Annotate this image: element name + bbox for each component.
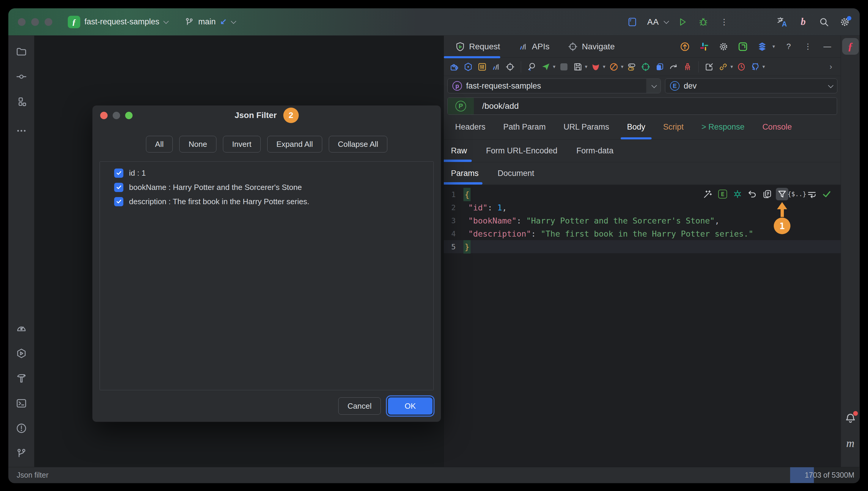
commit-icon[interactable] <box>13 68 30 85</box>
scan-icon[interactable] <box>737 41 749 52</box>
minimize-window-button[interactable] <box>31 18 39 26</box>
fast-request-logo-icon[interactable]: ƒ <box>842 38 859 55</box>
none-button[interactable]: None <box>179 136 216 152</box>
github-icon[interactable] <box>750 61 761 72</box>
checkbox-checked[interactable] <box>114 183 123 192</box>
target-icon[interactable] <box>504 61 516 72</box>
tab-body[interactable]: Body <box>627 122 645 139</box>
tab-document[interactable]: Document <box>498 169 534 178</box>
url-input[interactable]: P /book/add <box>447 97 837 115</box>
services-icon[interactable] <box>13 345 30 362</box>
dialog-minimize-button[interactable] <box>113 112 120 119</box>
plugin-puzzle-icon[interactable] <box>449 61 460 72</box>
project-folder-icon[interactable] <box>13 44 30 60</box>
debug-button[interactable] <box>697 16 709 28</box>
import-icon[interactable] <box>704 61 715 72</box>
toggles-icon[interactable] <box>626 61 637 72</box>
tab-response[interactable]: > Response <box>701 122 745 139</box>
tab-console[interactable]: Console <box>762 122 792 139</box>
terminal-icon[interactable] <box>13 395 30 412</box>
checkbox-checked[interactable] <box>114 197 123 206</box>
dialog-zoom-button[interactable] <box>125 112 133 119</box>
close-window-button[interactable] <box>18 18 26 26</box>
link-icon[interactable] <box>718 61 729 72</box>
zoom-window-button[interactable] <box>45 18 52 26</box>
green-target-icon[interactable] <box>640 61 651 72</box>
tab-form-data[interactable]: Form-data <box>576 146 613 155</box>
font-size-widget[interactable]: AA <box>647 16 659 28</box>
git-toolwindow-icon[interactable] <box>13 445 30 462</box>
collapse-all-button[interactable]: Collapse All <box>329 136 387 152</box>
tab-params[interactable]: Params <box>451 169 479 178</box>
all-button[interactable]: All <box>146 136 173 152</box>
stop-icon[interactable] <box>558 61 570 72</box>
more-tools-icon[interactable] <box>13 122 30 139</box>
notifications-bell[interactable] <box>844 412 857 424</box>
tab-navigate[interactable]: Navigate <box>568 41 615 52</box>
run-button[interactable] <box>676 16 689 28</box>
more-menu-icon[interactable]: ⋮ <box>718 16 730 28</box>
ai-assistant-icon[interactable] <box>731 188 744 200</box>
history-clock-icon[interactable] <box>736 61 747 72</box>
more-menu-icon[interactable]: ⋮ <box>802 41 814 52</box>
reorder-lines-icon[interactable] <box>806 188 818 200</box>
window-preview-icon[interactable] <box>626 16 638 28</box>
cleanup-brush-icon[interactable] <box>682 61 693 72</box>
project-select[interactable]: p fast-request-samples <box>447 79 661 93</box>
project-widget[interactable]: ƒ fast-request-samples <box>68 16 167 28</box>
tab-path-param[interactable]: Path Param <box>503 122 546 139</box>
slack-icon[interactable] <box>699 41 710 52</box>
save-icon[interactable] <box>572 61 583 72</box>
active-tab-underline <box>444 56 500 58</box>
tab-form-url-encoded[interactable]: Form URL-Encoded <box>486 146 557 155</box>
tab-apis[interactable]: APIs <box>518 42 549 51</box>
minimize-panel-icon[interactable]: — <box>821 41 833 52</box>
config-sliders-icon[interactable] <box>476 61 488 72</box>
settings-gear-icon[interactable] <box>839 16 851 28</box>
search-icon[interactable] <box>818 16 830 28</box>
url-row: P /book/add <box>444 96 841 118</box>
help-icon[interactable]: ? <box>783 41 794 52</box>
copy-icon[interactable] <box>654 61 665 72</box>
bing-icon[interactable]: b <box>797 16 809 28</box>
checkbox-checked[interactable] <box>114 169 123 178</box>
memory-indicator[interactable]: 1703 of 5300M <box>790 467 859 483</box>
maven-icon[interactable]: m <box>846 437 854 450</box>
api-bars-icon[interactable] <box>490 61 502 72</box>
invert-button[interactable]: Invert <box>223 136 261 152</box>
layers-icon[interactable] <box>756 41 768 52</box>
filter-icon[interactable]: 1 <box>776 188 788 200</box>
extract-entity-icon[interactable]: E <box>716 188 729 200</box>
upgrade-icon[interactable] <box>679 41 691 52</box>
cancel-button[interactable]: Cancel <box>338 397 381 414</box>
search-code-icon[interactable] <box>526 61 538 72</box>
undo-icon[interactable] <box>746 188 759 200</box>
compass-icon[interactable] <box>608 61 619 72</box>
confirm-check-icon[interactable] <box>820 188 833 200</box>
more-toolbar-chevron[interactable]: › <box>825 61 837 72</box>
hexagon-icon[interactable] <box>463 61 474 72</box>
endpoints-icon[interactable] <box>13 320 30 337</box>
problems-icon[interactable] <box>13 420 30 437</box>
expand-all-button[interactable]: Expand All <box>267 136 322 152</box>
vcs-widget[interactable]: main ↙ <box>184 17 235 27</box>
jsonpath-icon[interactable]: {$..} <box>791 188 803 200</box>
tab-script[interactable]: Script <box>663 122 684 139</box>
structure-icon[interactable] <box>13 93 30 110</box>
settings-gear-icon[interactable] <box>718 41 729 52</box>
redo-icon[interactable] <box>668 61 679 72</box>
tab-raw[interactable]: Raw <box>451 146 467 155</box>
env-select[interactable]: E dev <box>665 79 837 93</box>
copy-document-icon[interactable] <box>761 188 774 200</box>
json-body-editor[interactable]: 1 { 2 "id": 1, 3 "bookName": "Harry Pott… <box>444 185 841 467</box>
tab-request[interactable]: Request <box>455 41 500 52</box>
dialog-close-button[interactable] <box>100 112 108 119</box>
build-icon[interactable] <box>13 370 30 387</box>
format-wand-icon[interactable] <box>701 188 714 200</box>
tab-headers[interactable]: Headers <box>455 122 486 139</box>
theme-bat-icon[interactable] <box>590 61 601 72</box>
ok-button[interactable]: OK <box>388 397 433 414</box>
send-icon[interactable] <box>540 61 551 72</box>
tab-url-params[interactable]: URL Params <box>563 122 609 139</box>
translate-icon[interactable]: A <box>776 16 788 28</box>
